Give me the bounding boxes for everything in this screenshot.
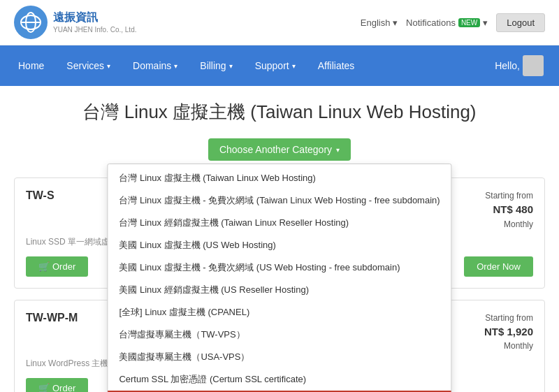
dropdown-item-9[interactable]: Certum SSL 加密憑證 (Certum SSL certificate) bbox=[108, 368, 451, 391]
category-area: Choose Another Category ▾ 台灣 Linux 虛擬主機 … bbox=[14, 138, 545, 161]
language-selector[interactable]: English ▾ bbox=[361, 17, 398, 28]
nav-item-billing[interactable]: Billing ▾ bbox=[189, 50, 243, 81]
nav-item-services[interactable]: Services ▾ bbox=[55, 50, 122, 81]
order-button-twwpm-left[interactable]: 🛒 Order bbox=[26, 378, 88, 392]
notif-badge: NEW bbox=[458, 18, 480, 27]
top-right-actions: English ▾ Notifications NEW ▾ Logout bbox=[361, 13, 545, 32]
cart-icon: 🛒 bbox=[38, 261, 50, 272]
page-content: 台灣 Linux 虛擬主機 (Taiwan Linux Web Hosting)… bbox=[0, 86, 559, 392]
logo-en: YUAN JHEN Info. Co., Ltd. bbox=[53, 25, 137, 34]
notifications-button[interactable]: Notifications NEW ▾ bbox=[406, 17, 488, 28]
plan-price-twwpl: Starting from NT$ 1,920 Monthly bbox=[484, 312, 533, 353]
billing-arrow: ▾ bbox=[229, 62, 233, 70]
dropdown-item-7[interactable]: 台灣虛擬專屬主機（TW-VPS） bbox=[108, 324, 451, 346]
category-button[interactable]: Choose Another Category ▾ bbox=[208, 138, 351, 161]
domains-arrow: ▾ bbox=[174, 62, 177, 70]
dropdown-item-6[interactable]: [全球] Linux 虛擬主機 (CPANEL) bbox=[108, 301, 451, 324]
order-button-twl-right[interactable]: Order Now bbox=[464, 256, 533, 277]
dropdown-item-2[interactable]: 台灣 Linux 經銷虛擬主機 (Taiwan Linux Reseller H… bbox=[108, 212, 451, 234]
nav-item-affiliates[interactable]: Affiliates bbox=[307, 50, 366, 81]
dropdown-item-1[interactable]: 台灣 Linux 虛擬主機 - 免費次網域 (Taiwan Linux Web … bbox=[108, 189, 451, 212]
nav-item-domains[interactable]: Domains ▾ bbox=[122, 50, 189, 81]
category-caret: ▾ bbox=[336, 146, 340, 154]
logo-icon bbox=[14, 6, 48, 39]
plan-price-twl: Starting from NT$ 480 Monthly bbox=[485, 189, 533, 231]
dropdown-item-8[interactable]: 美國虛擬專屬主機（USA-VPS） bbox=[108, 346, 451, 368]
cart-icon: 🛒 bbox=[38, 383, 50, 392]
user-avatar bbox=[523, 55, 544, 76]
dropdown-item-5[interactable]: 美國 Linux 經銷虛擬主機 (US Reseller Hosting) bbox=[108, 279, 451, 301]
logout-button[interactable]: Logout bbox=[496, 13, 545, 32]
page-title: 台灣 Linux 虛擬主機 (Taiwan Linux Web Hosting) bbox=[14, 100, 545, 124]
top-bar: 遠振資訊 YUAN JHEN Info. Co., Ltd. English ▾… bbox=[0, 0, 559, 45]
nav-item-support[interactable]: Support ▾ bbox=[244, 50, 307, 81]
main-nav: Home Services ▾ Domains ▾ Billing ▾ Supp… bbox=[0, 45, 559, 86]
logo-text: 遠振資訊 YUAN JHEN Info. Co., Ltd. bbox=[53, 10, 137, 34]
plan-name-twwpm: TW-WP-M bbox=[26, 312, 78, 324]
dropdown-item-3[interactable]: 美國 Linux 虛擬主機 (US Web Hosting) bbox=[108, 234, 451, 256]
category-dropdown: 台灣 Linux 虛擬主機 (Taiwan Linux Web Hosting)… bbox=[107, 164, 451, 392]
services-arrow: ▾ bbox=[107, 62, 110, 70]
nav-hello: Hello, bbox=[486, 45, 552, 86]
logo-area: 遠振資訊 YUAN JHEN Info. Co., Ltd. bbox=[14, 6, 137, 39]
nav-item-home[interactable]: Home bbox=[7, 50, 55, 81]
plan-name-tws: TW-S bbox=[26, 189, 55, 202]
logo-cn: 遠振資訊 bbox=[53, 10, 137, 25]
dropdown-item-4[interactable]: 美國 Linux 虛擬主機 - 免費次網域 (US Web Hosting - … bbox=[108, 256, 451, 279]
order-button-tws-left[interactable]: 🛒 Order bbox=[26, 256, 88, 277]
support-arrow: ▾ bbox=[292, 62, 296, 70]
dropdown-item-0[interactable]: 台灣 Linux 虛擬主機 (Taiwan Linux Web Hosting) bbox=[108, 167, 451, 189]
